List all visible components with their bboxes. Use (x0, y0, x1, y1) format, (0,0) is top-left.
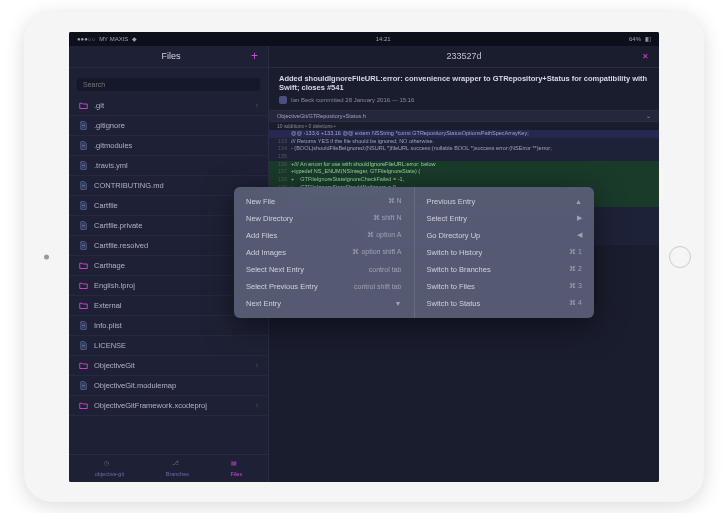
shortcut-item[interactable]: Switch to History⌘ 1 (415, 244, 595, 261)
toolbar-tab[interactable]: ▤Files (231, 460, 243, 477)
shortcut-label: Previous Entry (427, 197, 576, 206)
carrier-label: MY MAXIS (99, 36, 128, 42)
file-row[interactable]: ObjectiveGit› (69, 356, 268, 376)
code-text: /// Returns YES if the file should be ig… (291, 138, 655, 146)
shortcut-item[interactable]: Add Images⌘ option shift A (234, 244, 414, 261)
shortcut-item[interactable]: Select Previous Entrycontrol shift tab (234, 278, 414, 295)
code-text: + GTFileIgnoreStateIgnoreCheckFailed = -… (291, 176, 655, 184)
shortcut-item[interactable]: Go Directory Up◀ (415, 227, 595, 244)
shortcut-key: ⌘ shift N (373, 214, 402, 222)
shortcut-label: Go Directory Up (427, 231, 578, 240)
commit-author: Ian Beck committed 28 January 2016 — 15:… (291, 97, 414, 103)
file-row[interactable]: .git› (69, 96, 268, 116)
search-input[interactable] (77, 78, 260, 91)
close-icon[interactable]: ✕ (642, 52, 649, 61)
shortcut-label: Select Previous Entry (246, 282, 354, 291)
folder-icon (79, 301, 88, 310)
line-number: 138 (273, 176, 291, 184)
file-icon (79, 221, 88, 230)
file-name-label: Carthage (94, 261, 250, 270)
file-row[interactable]: LICENSE (69, 336, 268, 356)
tab-label: Branches (166, 471, 189, 477)
shortcut-key: ▶ (577, 214, 582, 222)
tab-icon: ⎇ (172, 460, 182, 470)
search-container (69, 68, 268, 96)
toolbar-tab[interactable]: ⎇Branches (166, 460, 189, 477)
shortcut-item[interactable]: Switch to Files⌘ 3 (415, 278, 595, 295)
sidebar-header: Files + (69, 46, 268, 68)
file-name-label: .gitignore (94, 121, 258, 130)
commit-info: Added shouldIgnoreFileURL:error: conveni… (269, 68, 659, 112)
diff-line: 138+ GTFileIgnoreStateIgnoreCheckFailed … (269, 176, 659, 184)
shortcut-item[interactable]: Switch to Branches⌘ 2 (415, 261, 595, 278)
line-number: 134 (273, 145, 291, 153)
diff-line: 134- (BOOL)shouldFileBeIgnored:(NSURL *)… (269, 145, 659, 153)
diff-file-header[interactable]: ObjectiveGit/GTRepository+Status.h ⌄ (269, 111, 659, 122)
file-name-label: ObjectiveGit.modulemap (94, 381, 258, 390)
file-row[interactable]: .gitmodules (69, 136, 268, 156)
file-row[interactable]: ObjectiveGitFramework.xcodeproj› (69, 396, 268, 416)
chevron-right-icon: › (256, 402, 258, 409)
file-icon (79, 341, 88, 350)
commit-title: Added shouldIgnoreFileURL:error: conveni… (279, 74, 649, 94)
file-row[interactable]: .gitignore (69, 116, 268, 136)
shortcut-label: Add Images (246, 248, 352, 257)
shortcut-key: ⌘ 4 (569, 299, 582, 307)
code-text: +/// An enum for use with shouldIgnoreFi… (291, 161, 655, 169)
shortcut-key: ⌘ 3 (569, 282, 582, 290)
shortcut-item[interactable]: New Directory⌘ shift N (234, 210, 414, 227)
avatar (279, 96, 287, 104)
add-button[interactable]: + (251, 49, 258, 63)
file-row[interactable]: .travis.yml (69, 156, 268, 176)
shortcut-item[interactable]: Next Entry▼ (234, 295, 414, 312)
shortcut-item[interactable]: Previous Entry▲ (415, 193, 595, 210)
file-name-label: .git (94, 101, 250, 110)
shortcut-key: ⌘ option A (367, 231, 401, 239)
folder-icon (79, 401, 88, 410)
chevron-right-icon: › (256, 362, 258, 369)
file-row[interactable]: ObjectiveGit.modulemap (69, 376, 268, 396)
shortcut-overlay: New File⌘ NNew Directory⌘ shift NAdd Fil… (234, 187, 594, 318)
diff-stat: 10 additions ▪ 0 deletions ▪ (269, 122, 659, 130)
file-name-label: LICENSE (94, 341, 258, 350)
overlay-left-column: New File⌘ NNew Directory⌘ shift NAdd Fil… (234, 187, 415, 318)
line-number: 133 (273, 138, 291, 146)
shortcut-item[interactable]: Select Next Entrycontrol tab (234, 261, 414, 278)
file-icon (79, 321, 88, 330)
code-text (291, 153, 655, 161)
shortcut-key: ▼ (395, 300, 402, 307)
signal-icon: ●●●○○ (77, 36, 95, 42)
file-name-label: .gitmodules (94, 141, 258, 150)
clock: 14:21 (376, 36, 391, 42)
diff-line: 137+typedef NS_ENUM(NSInteger, GTFileIgn… (269, 168, 659, 176)
file-icon (79, 161, 88, 170)
diff-line: 136+/// An enum for use with shouldIgnor… (269, 161, 659, 169)
line-number: 135 (273, 153, 291, 161)
folder-icon (79, 261, 88, 270)
shortcut-item[interactable]: Add Files⌘ option A (234, 227, 414, 244)
shortcut-item[interactable]: Switch to Status⌘ 4 (415, 295, 595, 312)
code-text: - (BOOL)shouldFileBeIgnored:(NSURL *)fil… (291, 145, 655, 153)
shortcut-label: Switch to Status (427, 299, 570, 308)
file-name-label: .travis.yml (94, 161, 258, 170)
shortcut-key: ◀ (577, 231, 582, 239)
shortcut-item[interactable]: New File⌘ N (234, 193, 414, 210)
ipad-frame: ●●●○○ MY MAXIS ◆ 14:21 64% ▮▯ Files + (24, 12, 704, 502)
shortcut-label: Select Entry (427, 214, 578, 223)
file-row[interactable]: Info.plist (69, 316, 268, 336)
shortcut-key: ⌘ 1 (569, 248, 582, 256)
shortcut-key: control shift tab (354, 283, 401, 290)
camera-dot (44, 254, 49, 259)
file-icon (79, 141, 88, 150)
diff-line: 133/// Returns YES if the file should be… (269, 138, 659, 146)
line-number (273, 130, 291, 138)
toolbar-tab[interactable]: ◷objective-git (95, 460, 124, 477)
shortcut-key: ▲ (575, 198, 582, 205)
file-name-label: External (94, 301, 250, 310)
shortcut-item[interactable]: Select Entry▶ (415, 210, 595, 227)
line-number: 136 (273, 161, 291, 169)
home-button[interactable] (669, 246, 691, 268)
file-icon (79, 381, 88, 390)
code-text: @@ -133,6 +133,16 @@ extern NSString *co… (291, 130, 655, 138)
diff-line: @@ -133,6 +133,16 @@ extern NSString *co… (269, 130, 659, 138)
